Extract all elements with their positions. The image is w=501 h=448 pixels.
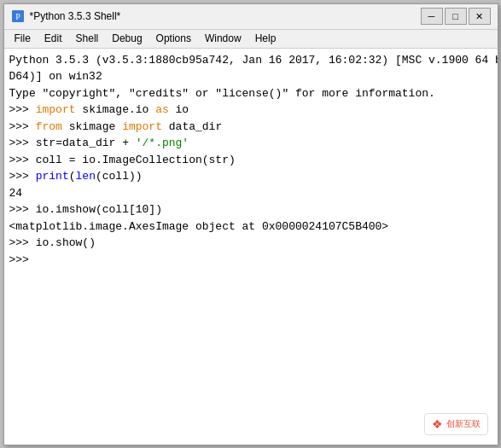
main-window: P *Python 3.5.3 Shell* ─ □ ✕ File Edit S… bbox=[3, 3, 498, 445]
menu-shell[interactable]: Shell bbox=[69, 31, 106, 46]
maximize-button[interactable]: □ bbox=[445, 8, 467, 25]
menu-options[interactable]: Options bbox=[149, 31, 198, 46]
line-platform: D64)] on win32 bbox=[9, 68, 492, 85]
line-coll-assign: >>> coll = io.ImageCollection(str) bbox=[9, 152, 492, 169]
svg-text:P: P bbox=[15, 12, 20, 21]
shell-output[interactable]: Python 3.5.3 (v3.5.3:1880cb95a742, Jan 1… bbox=[4, 49, 498, 445]
window-title: *Python 3.5.3 Shell* bbox=[30, 10, 421, 22]
watermark: ❖ 创新互联 bbox=[424, 413, 488, 435]
line-python-version: Python 3.5.3 (v3.5.3:1880cb95a742, Jan 1… bbox=[9, 52, 492, 69]
menu-file[interactable]: File bbox=[8, 31, 38, 46]
menu-help[interactable]: Help bbox=[248, 31, 283, 46]
window-controls: ─ □ ✕ bbox=[421, 8, 491, 25]
window-icon: P bbox=[11, 9, 25, 23]
menu-bar: File Edit Shell Debug Options Window Hel… bbox=[4, 30, 498, 49]
line-show: >>> io.show() bbox=[9, 235, 492, 252]
line-output-matplotlib: <matplotlib.image.AxesImage object at 0x… bbox=[9, 218, 492, 236]
menu-edit[interactable]: Edit bbox=[38, 31, 69, 46]
line-final-prompt: >>> bbox=[9, 252, 492, 269]
line-imshow: >>> io.imshow(coll[10]) bbox=[9, 201, 492, 218]
minimize-button[interactable]: ─ bbox=[421, 8, 443, 25]
line-str-assign: >>> str=data_dir + '/*.png' bbox=[9, 135, 492, 152]
title-bar: P *Python 3.5.3 Shell* ─ □ ✕ bbox=[4, 4, 498, 30]
line-print-len: >>> print(len(coll)) bbox=[9, 168, 492, 185]
line-from-skimage: >>> from skimage import data_dir bbox=[9, 119, 492, 136]
line-copyright-notice: Type "copyright", "credits" or "license(… bbox=[9, 85, 492, 102]
close-button[interactable]: ✕ bbox=[469, 8, 491, 25]
watermark-icon: ❖ bbox=[432, 417, 443, 431]
watermark-text: 创新互联 bbox=[446, 418, 481, 430]
line-import-skimage: >>> import skimage.io as io bbox=[9, 102, 492, 119]
line-output-24: 24 bbox=[9, 185, 492, 202]
menu-debug[interactable]: Debug bbox=[105, 31, 149, 46]
menu-window[interactable]: Window bbox=[198, 31, 248, 46]
